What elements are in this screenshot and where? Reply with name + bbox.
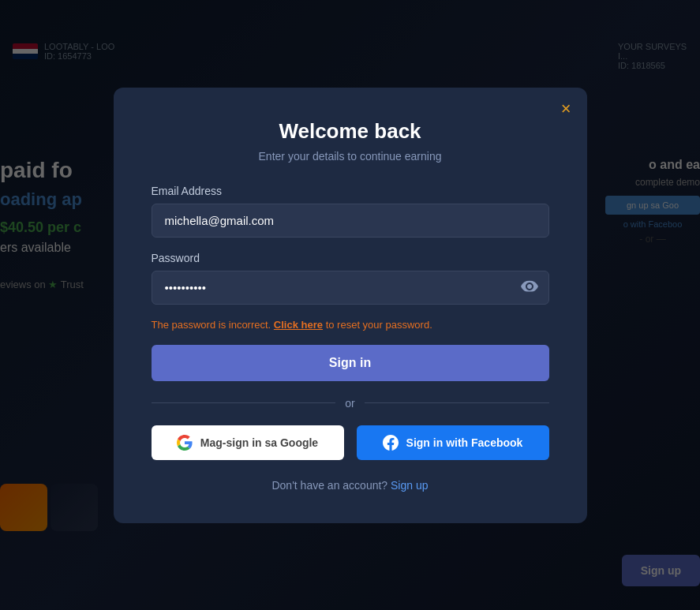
reset-password-link[interactable]: Click here — [274, 319, 323, 331]
email-input[interactable] — [152, 204, 549, 238]
signup-section: Don't have an account? Sign up — [152, 479, 549, 492]
facebook-btn-label: Sign in with Facebook — [406, 436, 523, 449]
google-btn-label: Mag-sign in sa Google — [200, 436, 318, 449]
email-group: Email Address — [152, 185, 549, 238]
google-icon — [177, 435, 193, 451]
close-button[interactable]: × — [561, 100, 571, 118]
facebook-sign-in-button[interactable]: Sign in with Facebook — [357, 425, 549, 460]
or-divider: or — [152, 397, 549, 410]
password-wrapper — [152, 271, 549, 305]
divider-text: or — [345, 397, 354, 410]
modal-overlay: × Welcome back Enter your details to con… — [0, 0, 700, 610]
password-input[interactable] — [152, 271, 549, 305]
signup-link[interactable]: Sign up — [391, 479, 428, 492]
google-sign-in-button[interactable]: Mag-sign in sa Google — [152, 425, 344, 460]
sign-in-button[interactable]: Sign in — [152, 345, 549, 381]
email-label: Email Address — [152, 185, 549, 197]
divider-line-right — [365, 402, 549, 403]
divider-line-left — [152, 402, 336, 403]
login-modal: × Welcome back Enter your details to con… — [114, 88, 587, 523]
error-message: The password is incorrect. Click here to… — [152, 319, 549, 331]
error-suffix: to reset your password. — [326, 319, 432, 331]
signup-question: Don't have an account? — [271, 479, 387, 492]
password-toggle-icon[interactable] — [521, 279, 538, 296]
modal-title: Welcome back — [152, 119, 549, 144]
password-group: Password — [152, 252, 549, 305]
password-label: Password — [152, 252, 549, 264]
error-text: The password is incorrect. — [152, 319, 271, 331]
modal-subtitle: Enter your details to continue earning — [152, 150, 549, 163]
facebook-icon — [383, 435, 399, 451]
social-buttons: Mag-sign in sa Google Sign in with Faceb… — [152, 425, 549, 460]
